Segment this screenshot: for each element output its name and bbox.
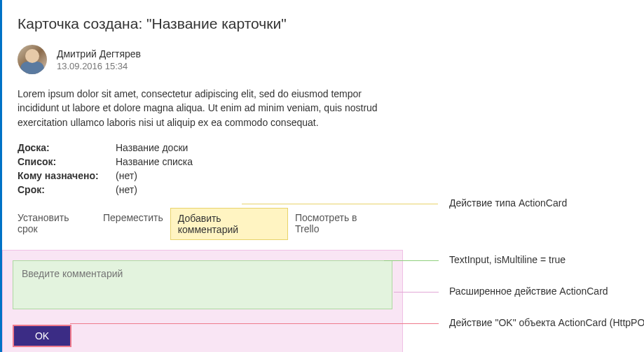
- actioncard-expanded-panel: OK: [2, 250, 403, 352]
- fact-value: (нет): [116, 170, 137, 181]
- leader-line: [384, 260, 439, 261]
- ok-button[interactable]: OK: [13, 325, 71, 347]
- annotation-ok: Действие "OK" объекта ActionCard (HttpPO…: [449, 317, 644, 328]
- fact-value: (нет): [116, 184, 137, 195]
- comment-input[interactable]: [13, 260, 392, 309]
- card-title: Карточка создана: "Название карточки": [18, 15, 388, 32]
- fact-value: Название списка: [116, 156, 193, 167]
- action-add-comment[interactable]: Добавить комментарий: [170, 208, 288, 240]
- author-name: Дмитрий Дегтярев: [57, 48, 141, 59]
- fact-label: Срок:: [18, 184, 116, 195]
- action-move[interactable]: Переместить: [96, 208, 170, 240]
- author-date: 13.09.2016 15:34: [57, 61, 141, 71]
- leader-line: [70, 323, 439, 324]
- action-set-due[interactable]: Установить срок: [18, 208, 96, 240]
- card-body: Lorem ipsum dolor sit amet, consectetur …: [18, 87, 382, 129]
- fact-label: Список:: [18, 156, 116, 167]
- annotation-actioncard: Действие типа ActionCard: [449, 197, 567, 209]
- fact-row: Срок: (нет): [18, 184, 388, 195]
- annotation-textinput: TextInput, isMultiline = true: [449, 254, 566, 265]
- fact-value: Название доски: [116, 142, 188, 153]
- action-view-trello[interactable]: Посмотреть в Trello: [288, 208, 388, 240]
- leader-line: [394, 292, 439, 293]
- avatar: [18, 45, 47, 74]
- facts-block: Доска: Название доски Список: Название с…: [18, 142, 388, 195]
- annotation-expanded: Расширенное действие ActionCard: [449, 286, 608, 297]
- fact-row: Список: Название списка: [18, 156, 388, 167]
- author-row: Дмитрий Дегтярев 13.09.2016 15:34: [18, 45, 388, 74]
- message-card: Карточка создана: "Название карточки" Дм…: [0, 0, 403, 352]
- leader-line: [242, 204, 438, 204]
- fact-row: Доска: Название доски: [18, 142, 388, 153]
- fact-row: Кому назначено: (нет): [18, 170, 388, 181]
- actions-bar: Установить срок Переместить Добавить ком…: [18, 208, 388, 240]
- fact-label: Кому назначено:: [18, 170, 116, 181]
- fact-label: Доска:: [18, 142, 116, 153]
